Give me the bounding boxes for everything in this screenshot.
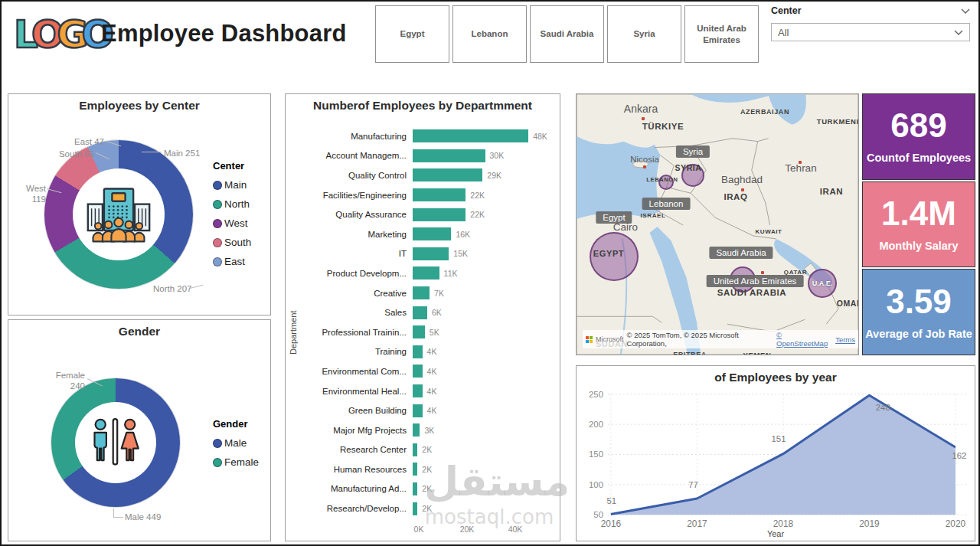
- map-country-label-kuwait: KUWAIT: [755, 228, 782, 235]
- bar-product-developm[interactable]: [413, 266, 439, 280]
- bar-research-develop[interactable]: [413, 502, 417, 515]
- map-country-label-iraq: IRAQ: [724, 192, 747, 201]
- map-city-label-nicosia: Nicosia: [630, 155, 659, 164]
- bar-value-label: 4K: [427, 387, 437, 396]
- bar-manufacturing[interactable]: [413, 129, 528, 142]
- bar-category-label: IT: [292, 249, 413, 258]
- center-filter-dropdown[interactable]: All: [771, 23, 970, 41]
- pie-label-main: Main 251: [164, 149, 200, 159]
- bar-manufacturing-ad[interactable]: [413, 482, 417, 495]
- legend-item-east[interactable]: East: [213, 252, 251, 271]
- bar-value-label: 48K: [533, 132, 547, 141]
- pie-label-east: East 47: [60, 137, 104, 148]
- bar-category-label: Creative: [292, 289, 413, 298]
- bar-environmental-heal[interactable]: [413, 384, 423, 397]
- map-city-dot: [643, 165, 646, 168]
- bar-track: 30K: [413, 149, 555, 162]
- bar-rows: Manufacturing48KAccount Managem...30KQua…: [292, 126, 555, 518]
- bar-value-label: 16K: [456, 230, 470, 239]
- legend-item-main[interactable]: Main: [213, 175, 251, 195]
- kpi-value: 1.4M: [881, 197, 956, 230]
- bar-value-label: 3K: [424, 426, 434, 435]
- bar-sales[interactable]: [413, 306, 427, 319]
- svg-text:51: 51: [607, 496, 617, 505]
- legend-color-dot: [213, 458, 222, 467]
- legend-label: East: [224, 256, 245, 267]
- country-filter-button-united-arab-emirates[interactable]: United Arab Emirates: [684, 5, 759, 63]
- legend-title: Center: [213, 160, 251, 172]
- callout-connector: [113, 508, 114, 517]
- bar-category-label: Quality Assurance: [292, 210, 413, 219]
- bar-creative[interactable]: [413, 286, 430, 299]
- bar-category-label: Sales: [292, 308, 413, 317]
- bar-track: 15K: [413, 247, 555, 260]
- bar-row-quality-assurance: Quality Assurance22K: [292, 204, 555, 224]
- bar-quality-assurance[interactable]: [413, 208, 466, 221]
- country-filter-button-lebanon[interactable]: Lebanon: [452, 5, 527, 63]
- legend-label: West: [224, 217, 248, 229]
- kpi-stack: 689 Countof Employees 1.4M Monthly Salar…: [862, 93, 975, 355]
- map-card[interactable]: U.A.E.TÜRKIYEAZERBAIJANTURKMENISTANSYRIA…: [576, 93, 859, 355]
- map-country-label-syria: SYRIA: [675, 163, 701, 172]
- legend-item-female[interactable]: Female: [213, 453, 259, 472]
- bar-track: 4K: [413, 365, 555, 378]
- kpi-value: 3.59: [886, 285, 952, 319]
- bar-green-building[interactable]: [413, 404, 423, 417]
- bar-major-mfg-projects[interactable]: [413, 423, 420, 436]
- bar-track: 22K: [413, 208, 555, 221]
- bar-account-managem[interactable]: [413, 149, 485, 162]
- bar-track: 16K: [413, 227, 555, 240]
- bar-track: 11K: [413, 266, 555, 280]
- bar-row-account-managem: Account Managem...30K: [292, 146, 555, 166]
- bar-category-label: Research Center: [292, 445, 413, 454]
- bar-row-environmental-com: Environmental Com...4K: [292, 361, 555, 381]
- legend-color-dot: [213, 181, 222, 190]
- x-tick-label: 40K: [508, 525, 523, 534]
- center-donut-chart[interactable]: [44, 140, 193, 289]
- map-country-label-t-rkiye: TÜRKIYE: [642, 122, 684, 131]
- bar-category-label: Green Building: [292, 406, 413, 415]
- openstreetmap-link[interactable]: © OpenStreetMap: [776, 331, 832, 348]
- map-country-label-oman: OMAN: [837, 299, 859, 308]
- bar-row-green-building: Green Building4K: [292, 401, 555, 420]
- employees-by-year-card: 5010015020025051771512481622016201720182…: [576, 365, 975, 541]
- country-filter-button-egypt[interactable]: Egypt: [375, 5, 449, 63]
- legend-label: South: [224, 237, 251, 248]
- bar-marketing[interactable]: [413, 227, 451, 240]
- legend-item-west[interactable]: West: [213, 214, 251, 233]
- bar-environmental-com[interactable]: [413, 365, 423, 378]
- map-city-dot: [741, 188, 744, 191]
- bar-training[interactable]: [413, 345, 423, 358]
- bar-track: 29K: [413, 168, 555, 181]
- legend-item-north[interactable]: North: [213, 195, 251, 214]
- country-filter-button-syria[interactable]: Syria: [607, 5, 681, 63]
- legend-item-male[interactable]: Male: [213, 433, 259, 453]
- map-bubble-united-arab-emirates[interactable]: U.A.E.: [808, 269, 837, 298]
- callout-connector: [113, 517, 123, 518]
- svg-text:2018: 2018: [773, 518, 794, 529]
- bar-facilities-engineering[interactable]: [413, 188, 466, 201]
- bar-track: 3K: [413, 423, 555, 436]
- gender-donut-chart[interactable]: [51, 378, 180, 507]
- bar-value-label: 5K: [430, 328, 439, 337]
- department-chart-card: Numberof Employees by Departmment Depart…: [285, 93, 560, 541]
- chevron-down-icon[interactable]: [961, 8, 970, 14]
- bar-row-quality-control: Quality Control29K: [292, 165, 555, 185]
- map-data-label-saudi-arabia: Saudi Arabia: [709, 247, 773, 259]
- chevron-down-icon: [954, 30, 963, 35]
- legend-item-south[interactable]: South: [213, 233, 251, 252]
- bar-human-resources[interactable]: [413, 463, 417, 476]
- year-area-chart[interactable]: 5010015020025051771512481622016201720182…: [577, 366, 975, 541]
- country-filter-button-saudi-arabia[interactable]: Saudi Arabia: [530, 5, 604, 63]
- bar-track: 2K: [413, 482, 555, 495]
- terms-link[interactable]: Terms: [835, 335, 855, 344]
- kpi-label: Countof Employees: [867, 152, 971, 164]
- bar-quality-control[interactable]: [413, 168, 482, 181]
- bar-it[interactable]: [413, 247, 449, 260]
- bar-research-center[interactable]: [413, 443, 417, 456]
- bar-row-facilities-engineering: Facilities/Engineering22K: [292, 185, 555, 205]
- bar-category-label: Research/Develop...: [292, 504, 413, 513]
- kpi-average-job-rate: 3.59 Average of Job Rate: [862, 269, 975, 355]
- bar-professional-trainin[interactable]: [413, 325, 425, 338]
- microsoft-logo-icon: [586, 336, 593, 343]
